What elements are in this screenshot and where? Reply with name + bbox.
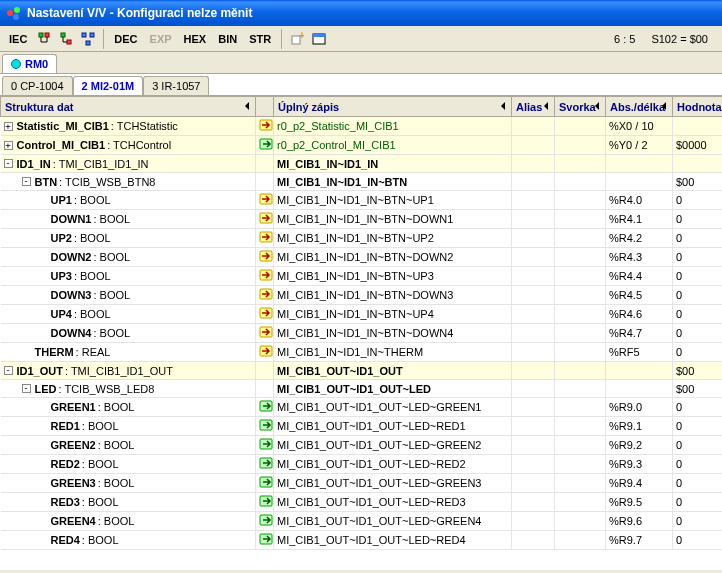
dec-button[interactable]: DEC bbox=[109, 31, 142, 47]
tab-cp1004[interactable]: 0 CP-1004 bbox=[2, 76, 73, 95]
abs-cell[interactable] bbox=[606, 155, 673, 173]
zapis-cell[interactable]: MI_CIB1_OUT~ID1_OUT~LED~GREEN1 bbox=[274, 398, 512, 417]
table-row[interactable]: DOWN2 : BOOLMI_CIB1_IN~ID1_IN~BTN~DOWN2%… bbox=[1, 248, 723, 267]
alias-cell[interactable] bbox=[512, 155, 555, 173]
hodnota-cell[interactable]: 0 bbox=[673, 512, 723, 531]
struct-cell[interactable]: DOWN2 : BOOL bbox=[1, 248, 256, 267]
hodnota-cell[interactable]: 0 bbox=[673, 305, 723, 324]
abs-cell[interactable]: %R4.5 bbox=[606, 286, 673, 305]
alias-cell[interactable] bbox=[512, 267, 555, 286]
zapis-cell[interactable]: MI_CIB1_IN~ID1_IN~THERM bbox=[274, 343, 512, 362]
table-row[interactable]: GREEN3 : BOOLMI_CIB1_OUT~ID1_OUT~LED~GRE… bbox=[1, 474, 723, 493]
zapis-cell[interactable]: MI_CIB1_OUT~ID1_OUT~LED~RED1 bbox=[274, 417, 512, 436]
struct-cell[interactable]: DOWN4 : BOOL bbox=[1, 324, 256, 343]
table-row[interactable]: RED4 : BOOLMI_CIB1_OUT~ID1_OUT~LED~RED4%… bbox=[1, 531, 723, 550]
abs-cell[interactable]: %R9.5 bbox=[606, 493, 673, 512]
table-row[interactable]: GREEN2 : BOOLMI_CIB1_OUT~ID1_OUT~LED~GRE… bbox=[1, 436, 723, 455]
alias-cell[interactable] bbox=[512, 173, 555, 191]
zapis-cell[interactable]: MI_CIB1_IN~ID1_IN~BTN~UP2 bbox=[274, 229, 512, 248]
hodnota-cell[interactable]: 0 bbox=[673, 324, 723, 343]
zapis-cell[interactable]: MI_CIB1_IN~ID1_IN~BTN~UP4 bbox=[274, 305, 512, 324]
bin-button[interactable]: BIN bbox=[213, 31, 242, 47]
svorka-cell[interactable] bbox=[555, 173, 606, 191]
zapis-cell[interactable]: MI_CIB1_OUT~ID1_OUT~LED~GREEN2 bbox=[274, 436, 512, 455]
hodnota-cell[interactable]: 0 bbox=[673, 493, 723, 512]
abs-cell[interactable]: %R4.0 bbox=[606, 191, 673, 210]
struct-cell[interactable]: GREEN4 : BOOL bbox=[1, 512, 256, 531]
table-row[interactable]: DOWN3 : BOOLMI_CIB1_IN~ID1_IN~BTN~DOWN3%… bbox=[1, 286, 723, 305]
abs-cell[interactable]: %R4.4 bbox=[606, 267, 673, 286]
svorka-cell[interactable] bbox=[555, 512, 606, 531]
col-header-icon[interactable] bbox=[256, 97, 274, 117]
struct-cell[interactable]: -ID1_OUT : TMI_CIB1_ID1_OUT bbox=[1, 362, 256, 380]
collapse-icon[interactable]: - bbox=[22, 384, 31, 393]
hodnota-cell[interactable]: 0 bbox=[673, 455, 723, 474]
hodnota-cell[interactable]: $00 bbox=[673, 380, 723, 398]
zapis-cell[interactable]: MI_CIB1_IN~ID1_IN~BTN~UP3 bbox=[274, 267, 512, 286]
hodnota-cell[interactable]: 0 bbox=[673, 343, 723, 362]
expand-icon[interactable]: + bbox=[4, 141, 13, 150]
svorka-cell[interactable] bbox=[555, 136, 606, 155]
abs-cell[interactable]: %R9.1 bbox=[606, 417, 673, 436]
abs-cell[interactable]: %R9.0 bbox=[606, 398, 673, 417]
struct-cell[interactable]: GREEN3 : BOOL bbox=[1, 474, 256, 493]
alias-cell[interactable] bbox=[512, 343, 555, 362]
struct-cell[interactable]: RED3 : BOOL bbox=[1, 493, 256, 512]
svorka-cell[interactable] bbox=[555, 248, 606, 267]
collapse-icon[interactable]: - bbox=[22, 177, 31, 186]
svorka-cell[interactable] bbox=[555, 305, 606, 324]
svorka-cell[interactable] bbox=[555, 493, 606, 512]
svorka-cell[interactable] bbox=[555, 436, 606, 455]
svorka-cell[interactable] bbox=[555, 474, 606, 493]
struct-cell[interactable]: DOWN1 : BOOL bbox=[1, 210, 256, 229]
alias-cell[interactable] bbox=[512, 324, 555, 343]
table-row[interactable]: -ID1_IN : TMI_CIB1_ID1_INMI_CIB1_IN~ID1_… bbox=[1, 155, 723, 173]
abs-cell[interactable]: %X0 / 10 bbox=[606, 117, 673, 136]
struct-cell[interactable]: UP2 : BOOL bbox=[1, 229, 256, 248]
table-row[interactable]: DOWN4 : BOOLMI_CIB1_IN~ID1_IN~BTN~DOWN4%… bbox=[1, 324, 723, 343]
exp-button[interactable]: EXP bbox=[145, 31, 177, 47]
zapis-cell[interactable]: MI_CIB1_IN~ID1_IN~BTN~DOWN2 bbox=[274, 248, 512, 267]
svorka-cell[interactable] bbox=[555, 417, 606, 436]
svorka-cell[interactable] bbox=[555, 380, 606, 398]
struct-cell[interactable]: RED1 : BOOL bbox=[1, 417, 256, 436]
struct-cell[interactable]: GREEN1 : BOOL bbox=[1, 398, 256, 417]
col-header-abs[interactable]: Abs./délka bbox=[606, 97, 673, 117]
zapis-cell[interactable]: MI_CIB1_IN~ID1_IN~BTN~DOWN1 bbox=[274, 210, 512, 229]
tab-ir1057[interactable]: 3 IR-1057 bbox=[143, 76, 209, 95]
table-row[interactable]: DOWN1 : BOOLMI_CIB1_IN~ID1_IN~BTN~DOWN1%… bbox=[1, 210, 723, 229]
svorka-cell[interactable] bbox=[555, 267, 606, 286]
hodnota-cell[interactable]: $00 bbox=[673, 173, 723, 191]
col-header-alias[interactable]: Alias bbox=[512, 97, 555, 117]
hodnota-cell[interactable]: 0 bbox=[673, 248, 723, 267]
table-row[interactable]: GREEN1 : BOOLMI_CIB1_OUT~ID1_OUT~LED~GRE… bbox=[1, 398, 723, 417]
window-icon[interactable] bbox=[310, 30, 328, 48]
hex-button[interactable]: HEX bbox=[179, 31, 212, 47]
struct-cell[interactable]: RED2 : BOOL bbox=[1, 455, 256, 474]
alias-cell[interactable] bbox=[512, 398, 555, 417]
hodnota-cell[interactable]: 0 bbox=[673, 286, 723, 305]
table-row[interactable]: UP3 : BOOLMI_CIB1_IN~ID1_IN~BTN~UP3%R4.4… bbox=[1, 267, 723, 286]
zapis-cell[interactable]: MI_CIB1_IN~ID1_IN~BTN~UP1 bbox=[274, 191, 512, 210]
zapis-cell[interactable]: MI_CIB1_IN~ID1_IN~BTN~DOWN3 bbox=[274, 286, 512, 305]
table-row[interactable]: GREEN4 : BOOLMI_CIB1_OUT~ID1_OUT~LED~GRE… bbox=[1, 512, 723, 531]
abs-cell[interactable]: %R9.2 bbox=[606, 436, 673, 455]
alias-cell[interactable] bbox=[512, 436, 555, 455]
alias-cell[interactable] bbox=[512, 493, 555, 512]
tab-rm0[interactable]: RM0 bbox=[2, 54, 57, 73]
col-header-zapis[interactable]: Úplný zápis bbox=[274, 97, 512, 117]
table-row[interactable]: +Statistic_MI_CIB1 : TCHStatisticr0_p2_S… bbox=[1, 117, 723, 136]
tree-icon-2[interactable] bbox=[57, 30, 75, 48]
svorka-cell[interactable] bbox=[555, 343, 606, 362]
hodnota-cell[interactable] bbox=[673, 117, 723, 136]
hodnota-cell[interactable]: $0000 bbox=[673, 136, 723, 155]
alias-cell[interactable] bbox=[512, 305, 555, 324]
tree-icon-1[interactable] bbox=[35, 30, 53, 48]
struct-cell[interactable]: UP4 : BOOL bbox=[1, 305, 256, 324]
str-button[interactable]: STR bbox=[244, 31, 276, 47]
zapis-cell[interactable]: MI_CIB1_OUT~ID1_OUT~LED~RED4 bbox=[274, 531, 512, 550]
abs-cell[interactable] bbox=[606, 380, 673, 398]
table-row[interactable]: RED1 : BOOLMI_CIB1_OUT~ID1_OUT~LED~RED1%… bbox=[1, 417, 723, 436]
table-row[interactable]: RED3 : BOOLMI_CIB1_OUT~ID1_OUT~LED~RED3%… bbox=[1, 493, 723, 512]
abs-cell[interactable]: %R4.1 bbox=[606, 210, 673, 229]
